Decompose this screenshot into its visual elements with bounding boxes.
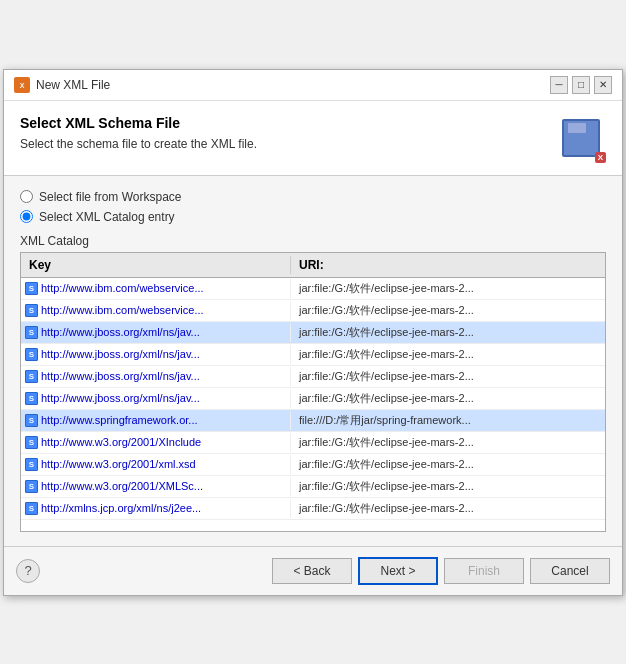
- table-row[interactable]: Shttp://www.jboss.org/xml/ns/jav...jar:f…: [21, 322, 605, 344]
- row-key-text: http://www.ibm.com/webservice...: [41, 282, 204, 294]
- back-button[interactable]: < Back: [272, 558, 352, 584]
- xml-badge: X: [595, 152, 606, 163]
- row-uri: jar:file:/G:/软件/eclipse-jee-mars-2...: [291, 300, 605, 321]
- catalog-radio[interactable]: [20, 210, 33, 223]
- table-row[interactable]: Shttp://www.w3.org/2001/XMLSc...jar:file…: [21, 476, 605, 498]
- catalog-table: Key URI: Shttp://www.ibm.com/webservice.…: [20, 252, 606, 532]
- minimize-button[interactable]: ─: [550, 76, 568, 94]
- row-uri: jar:file:/G:/软件/eclipse-jee-mars-2...: [291, 388, 605, 409]
- header-icon: X: [558, 115, 606, 163]
- window-icon: X: [14, 77, 30, 93]
- row-key: Shttp://www.jboss.org/xml/ns/jav...: [21, 323, 291, 342]
- row-schema-icon: S: [25, 304, 38, 317]
- title-bar: X New XML File ─ □ ✕: [4, 70, 622, 101]
- cancel-button[interactable]: Cancel: [530, 558, 610, 584]
- col-uri: URI:: [291, 256, 605, 274]
- window-title: New XML File: [36, 78, 544, 92]
- header-section: Select XML Schema File Select the schema…: [4, 101, 622, 176]
- row-uri: jar:file:/G:/软件/eclipse-jee-mars-2...: [291, 476, 605, 497]
- main-window: X New XML File ─ □ ✕ Select XML Schema F…: [3, 69, 623, 596]
- col-key: Key: [21, 256, 291, 274]
- row-key-text: http://www.jboss.org/xml/ns/jav...: [41, 348, 200, 360]
- catalog-radio-item[interactable]: Select XML Catalog entry: [20, 210, 606, 224]
- row-schema-icon: S: [25, 414, 38, 427]
- table-row[interactable]: Shttp://xmlns.jcp.org/xml/ns/j2ee...jar:…: [21, 498, 605, 520]
- table-row[interactable]: Shttp://www.springframework.or...file://…: [21, 410, 605, 432]
- row-uri: jar:file:/G:/软件/eclipse-jee-mars-2...: [291, 322, 605, 343]
- row-schema-icon: S: [25, 392, 38, 405]
- row-schema-icon: S: [25, 370, 38, 383]
- table-row[interactable]: Shttp://www.w3.org/2001/XIncludejar:file…: [21, 432, 605, 454]
- row-key: Shttp://www.w3.org/2001/xml.xsd: [21, 455, 291, 474]
- table-row[interactable]: Shttp://www.ibm.com/webservice...jar:fil…: [21, 300, 605, 322]
- row-key-text: http://www.springframework.or...: [41, 414, 198, 426]
- help-button[interactable]: ?: [16, 559, 40, 583]
- table-body[interactable]: Shttp://www.ibm.com/webservice...jar:fil…: [21, 278, 605, 531]
- catalog-section-label: XML Catalog: [20, 234, 606, 248]
- disk-icon: [562, 119, 600, 157]
- row-key-text: http://xmlns.jcp.org/xml/ns/j2ee...: [41, 502, 201, 514]
- row-schema-icon: S: [25, 326, 38, 339]
- page-description: Select the schema file to create the XML…: [20, 137, 257, 151]
- row-key: Shttp://www.jboss.org/xml/ns/jav...: [21, 389, 291, 408]
- radio-group: Select file from Workspace Select XML Ca…: [20, 190, 606, 224]
- row-key-text: http://www.w3.org/2001/XInclude: [41, 436, 201, 448]
- table-row[interactable]: Shttp://www.ibm.com/webservice...jar:fil…: [21, 278, 605, 300]
- workspace-radio[interactable]: [20, 190, 33, 203]
- row-key-text: http://www.jboss.org/xml/ns/jav...: [41, 370, 200, 382]
- row-key: Shttp://www.jboss.org/xml/ns/jav...: [21, 367, 291, 386]
- window-controls: ─ □ ✕: [550, 76, 612, 94]
- row-schema-icon: S: [25, 348, 38, 361]
- row-key-text: http://www.ibm.com/webservice...: [41, 304, 204, 316]
- row-uri: jar:file:/G:/软件/eclipse-jee-mars-2...: [291, 366, 605, 387]
- row-key: Shttp://xmlns.jcp.org/xml/ns/j2ee...: [21, 499, 291, 518]
- workspace-radio-label: Select file from Workspace: [39, 190, 182, 204]
- row-schema-icon: S: [25, 282, 38, 295]
- row-uri: jar:file:/G:/软件/eclipse-jee-mars-2...: [291, 344, 605, 365]
- table-row[interactable]: Shttp://www.jboss.org/xml/ns/jav...jar:f…: [21, 344, 605, 366]
- row-uri: file:///D:/常用jar/spring-framework...: [291, 410, 605, 431]
- row-schema-icon: S: [25, 502, 38, 515]
- row-schema-icon: S: [25, 480, 38, 493]
- row-key: Shttp://www.w3.org/2001/XInclude: [21, 433, 291, 452]
- maximize-button[interactable]: □: [572, 76, 590, 94]
- row-key-text: http://www.jboss.org/xml/ns/jav...: [41, 326, 200, 338]
- table-row[interactable]: Shttp://www.jboss.org/xml/ns/jav...jar:f…: [21, 366, 605, 388]
- row-key: Shttp://www.w3.org/2001/XMLSc...: [21, 477, 291, 496]
- row-key: Shttp://www.jboss.org/xml/ns/jav...: [21, 345, 291, 364]
- workspace-radio-item[interactable]: Select file from Workspace: [20, 190, 606, 204]
- header-text: Select XML Schema File Select the schema…: [20, 115, 257, 151]
- close-button[interactable]: ✕: [594, 76, 612, 94]
- row-key-text: http://www.w3.org/2001/xml.xsd: [41, 458, 196, 470]
- footer-bar: ? < Back Next > Finish Cancel: [4, 546, 622, 595]
- row-uri: jar:file:/G:/软件/eclipse-jee-mars-2...: [291, 432, 605, 453]
- row-key: Shttp://www.springframework.or...: [21, 411, 291, 430]
- row-schema-icon: S: [25, 458, 38, 471]
- row-key: Shttp://www.ibm.com/webservice...: [21, 279, 291, 298]
- svg-text:X: X: [20, 82, 25, 89]
- next-button[interactable]: Next >: [358, 557, 438, 585]
- row-key-text: http://www.jboss.org/xml/ns/jav...: [41, 392, 200, 404]
- table-row[interactable]: Shttp://www.w3.org/2001/xml.xsdjar:file:…: [21, 454, 605, 476]
- row-key: Shttp://www.ibm.com/webservice...: [21, 301, 291, 320]
- row-uri: jar:file:/G:/软件/eclipse-jee-mars-2...: [291, 454, 605, 475]
- finish-button: Finish: [444, 558, 524, 584]
- row-uri: jar:file:/G:/软件/eclipse-jee-mars-2...: [291, 278, 605, 299]
- row-schema-icon: S: [25, 436, 38, 449]
- row-uri: jar:file:/G:/软件/eclipse-jee-mars-2...: [291, 498, 605, 519]
- row-key-text: http://www.w3.org/2001/XMLSc...: [41, 480, 203, 492]
- catalog-radio-label: Select XML Catalog entry: [39, 210, 175, 224]
- content-area: Select file from Workspace Select XML Ca…: [4, 176, 622, 546]
- table-header: Key URI:: [21, 253, 605, 278]
- table-row[interactable]: Shttp://www.jboss.org/xml/ns/jav...jar:f…: [21, 388, 605, 410]
- table-body-wrapper: Shttp://www.ibm.com/webservice...jar:fil…: [21, 278, 605, 531]
- page-title: Select XML Schema File: [20, 115, 257, 131]
